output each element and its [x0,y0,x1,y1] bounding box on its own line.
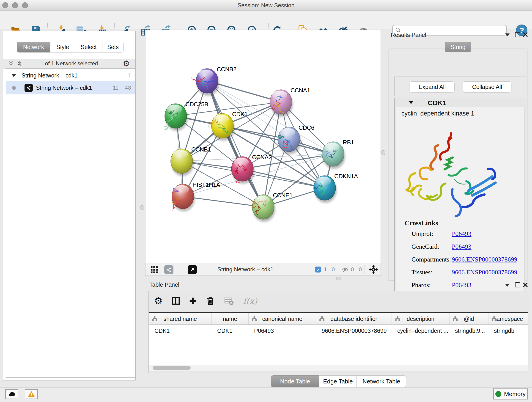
bottom-splitter-handle[interactable] [336,277,341,280]
crosslinks-heading: CrossLinks [405,219,438,227]
table-cell[interactable]: CDK1 [149,325,212,336]
column-header-description[interactable]: description [392,313,450,325]
add-column-button[interactable] [187,295,199,307]
collection-label: String Network – cdk1 [22,72,78,79]
network-node-CCNA1[interactable] [270,89,293,117]
birdseye-grid-icon[interactable] [150,266,158,275]
network-share-icon[interactable] [164,265,173,274]
network-canvas[interactable]: CCNB2CCNA1CDC25BCDK1CDC6RB1CCNB1CCNA2CDK… [145,30,381,263]
warning-status-button[interactable] [25,389,38,399]
memory-button[interactable]: Memory [493,389,528,400]
crosslink-label: Tissues: [412,269,432,276]
node-label-CDKN1A: CDKN1A [334,173,358,180]
network-node-CDC6[interactable] [278,127,301,154]
node-label-CDC25B: CDC25B [185,101,208,108]
tab-sets[interactable]: Sets [102,42,124,52]
selected-checkbox[interactable] [315,267,321,273]
right-splitter-handle[interactable] [381,150,385,155]
tab-network-table[interactable]: Network Table [357,375,406,387]
table-cell[interactable]: 9606.ENSP00000378699 [316,325,392,336]
main-toolbar: ? [0,11,532,29]
network-node-CCNA2[interactable] [231,157,254,184]
delete-table-button[interactable] [223,295,235,307]
crosslink-label: Pharos: [412,281,431,289]
tab-style[interactable]: Style [50,42,75,52]
delete-column-button[interactable] [204,295,216,307]
node-label-CDC6: CDC6 [298,124,314,131]
tab-node-table[interactable]: Node Table [271,375,319,387]
node-label-CCNA1: CCNA1 [291,87,310,94]
network-collection-row[interactable]: String Network – cdk1 1 [6,70,135,81]
crosslink-label: Compartments: [412,256,451,263]
collection-collapse-icon[interactable] [12,74,16,77]
toolbar-separator [180,265,180,274]
function-builder-button[interactable]: f(x) [240,295,260,307]
window-minimize-button[interactable] [12,2,18,8]
network-edge-count: 48 [125,85,131,91]
open-in-new-icon[interactable] [188,265,197,274]
crosslink-label: Uniprot: [412,230,433,237]
window-close-button[interactable] [2,2,8,8]
show-columns-button[interactable] [170,295,182,307]
crosslink-link[interactable]: 9606.ENSP00000378699 [452,269,517,276]
hidden-eye-slash-icon[interactable] [342,266,349,274]
hidden-counts: 0 - 0 [351,266,362,273]
column-header-shared-name[interactable]: shared name [149,313,212,325]
network-view-toolbar: String Network – cdk1 1 - 0 0 - 0 [145,263,381,276]
table-panel-menu-icon[interactable] [505,284,510,287]
network-options-gear-icon[interactable]: ⚙ [123,60,130,67]
warning-icon [27,390,35,398]
string-results-container: Expand All Collapse All CDK1 cyclin–depe… [389,49,527,281]
status-bar: Memory [0,387,532,402]
cloud-status-button[interactable] [5,389,18,399]
table-header-row: shared namenamecanonical namedatabase id… [149,313,528,325]
column-header-canonical-name[interactable]: canonical name [249,313,316,325]
crosslink-row: Uniprot: P06493 [396,230,524,239]
collapse-all-button[interactable]: Collapse All [463,81,511,92]
pan-move-icon[interactable] [369,265,378,275]
network-node-CDKN1A[interactable] [314,176,336,203]
network-graph[interactable]: CCNB2CCNA1CDC25BCDK1CDC6RB1CCNB1CCNA2CDK… [146,30,380,263]
protein-structure-image [403,128,502,219]
table-cell[interactable]: stringdb [488,325,528,336]
protein-section-header[interactable]: CDK1 [394,98,526,107]
network-node-CCNB2[interactable] [192,69,219,96]
scrollbar-thumb[interactable] [152,366,191,370]
table-panel-float-icon[interactable] [515,282,520,287]
table-cell[interactable]: cyclin–dependent ... [392,325,450,336]
crosslink-link[interactable]: P06493 [452,230,472,237]
crosslink-link[interactable]: 9606.ENSP00000378699 [452,256,517,263]
section-collapse-icon[interactable] [409,101,413,104]
crosslink-row: Compartments: 9606.ENSP00000378699 [396,256,524,265]
title-bar: Session: New Session [0,0,532,11]
crosslink-link[interactable]: P06493 [452,281,472,289]
network-node-CDC25B[interactable] [164,104,188,131]
table-cell[interactable]: stringdb:9... [450,325,488,336]
table-panel-close-icon[interactable] [523,282,528,288]
network-edge-HIST1H1A-CCNE1[interactable] [183,196,263,207]
left-splitter-handle[interactable] [140,205,144,210]
window-zoom-button[interactable] [22,2,28,8]
network-row-selected[interactable]: String Network – cdk1 11 48 [6,81,135,95]
tab-edge-table[interactable]: Edge Table [319,375,357,387]
table-cell[interactable]: P06493 [249,325,316,336]
network-type-icon [25,84,33,92]
column-header--id[interactable]: @id [450,313,488,325]
tab-string[interactable]: String [445,42,471,52]
network-node-CDK1[interactable] [208,114,234,141]
tab-select[interactable]: Select [75,42,102,52]
table-cell[interactable]: CDK1 [212,325,249,336]
expand-all-button[interactable]: Expand All [410,81,455,92]
protein-section: CDK1 cyclin–dependent kinase 1 [394,98,526,297]
column-header-namespace[interactable]: namespace [488,313,528,325]
tab-network[interactable]: Network [17,42,50,52]
horizontal-scrollbar[interactable] [149,365,528,370]
table-options-gear-icon[interactable]: ⚙ [152,295,164,307]
crosslink-link[interactable]: P06493 [452,243,472,250]
column-header-database-identifier[interactable]: database identifier [316,313,392,325]
column-header-name[interactable]: name [212,313,249,325]
network-node-CCNE1[interactable] [252,195,275,222]
network-node-RB1[interactable] [322,142,345,169]
network-node-HIST1H1A[interactable] [172,184,195,211]
table-row[interactable]: CDK1CDK1P064939606.ENSP00000378699cyclin… [149,325,528,336]
